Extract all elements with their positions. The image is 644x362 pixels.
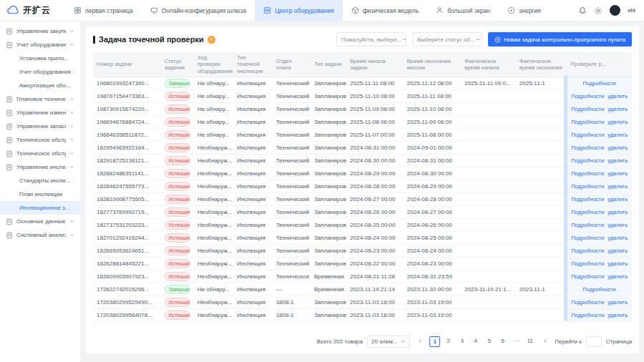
details-link[interactable]: Подробности — [571, 106, 604, 112]
delete-link[interactable]: удалить — [608, 145, 628, 151]
delete-link[interactable]: удалить — [608, 248, 628, 254]
cell-task-type: Временная ... — [311, 270, 346, 283]
cell-task-type: Запланиров... — [311, 232, 346, 245]
bell-icon[interactable] — [578, 6, 587, 15]
delete-link[interactable]: удалить — [608, 93, 628, 99]
new-task-button[interactable]: Новая задача контрольно-пропускного пунк… — [488, 32, 632, 47]
sidebar-item-1[interactable]: Учет оборудования — [0, 38, 80, 52]
status-select[interactable]: Выберите статус об... — [412, 32, 482, 47]
page-button-6[interactable]: 6 — [497, 336, 508, 347]
details-link[interactable]: Подробности — [571, 235, 604, 241]
details-link[interactable]: Подробности — [571, 196, 604, 202]
delete-link[interactable]: удалить — [608, 183, 628, 190]
delete-link[interactable]: удалить — [608, 170, 628, 177]
sidebar-subitem-2[interactable]: Установка прило... — [0, 52, 80, 65]
sidebar-subitem-3[interactable]: Учет оборудования — [0, 65, 80, 79]
delete-link[interactable]: удалить — [608, 273, 628, 280]
details-link[interactable]: Подробности — [571, 170, 604, 177]
delete-link[interactable]: удалить — [608, 222, 628, 228]
cell-status: Истекший — [161, 142, 194, 155]
pagination-ellipsis: ⋯ — [511, 336, 522, 347]
cell-status: Истекший — [161, 116, 194, 129]
nav-item-3[interactable]: физическая модель — [343, 0, 428, 21]
page-button-2[interactable]: 2 — [443, 336, 454, 347]
cell-task-type: Запланиров... — [311, 193, 346, 206]
gear-icon[interactable] — [594, 6, 602, 15]
sidebar-item-0[interactable]: Управление закупк... — [0, 24, 80, 38]
details-link[interactable]: Подробности — [571, 260, 604, 267]
help-icon[interactable]: ? — [208, 36, 215, 44]
details-link[interactable]: Подробности — [571, 222, 604, 228]
nav-item-2[interactable]: Центр оборудования — [255, 0, 343, 21]
nav-item-1[interactable]: Онлайн-конфигурация шлюза — [142, 0, 255, 21]
sidebar-item-8[interactable]: Техническое обслу... — [0, 133, 80, 147]
delete-link[interactable]: удалить — [608, 132, 628, 138]
nav-item-4[interactable]: большой экран — [427, 0, 499, 21]
page-button-1[interactable]: 1 — [429, 336, 440, 347]
cell-plan-dept: Технический о... — [273, 129, 311, 142]
details-link[interactable]: Подробности — [571, 132, 604, 138]
details-link[interactable]: Подробности — [571, 273, 604, 280]
delete-link[interactable]: удалить — [608, 260, 628, 267]
details-link[interactable]: Подробности — [571, 299, 604, 305]
filters: Пожалуйста, выбери... Выберите статус об… — [336, 32, 632, 47]
delete-link[interactable]: удалить — [608, 235, 628, 241]
details-link[interactable]: Подробности — [571, 312, 604, 318]
cell-start-time: 2024-08-28 00:00 — [346, 180, 404, 193]
delete-link[interactable]: удалить — [608, 312, 628, 318]
sidebar-subitem-12[interactable]: План инспекции — [0, 187, 80, 201]
plan-select[interactable]: Пожалуйста, выбери... — [336, 32, 406, 47]
sidebar-item-7[interactable]: Управление запасн... — [0, 119, 80, 133]
avatar[interactable] — [610, 5, 620, 16]
jump-page-input[interactable] — [586, 336, 602, 347]
delete-link[interactable]: удалить — [608, 299, 628, 305]
cell-task-id: 182810008775505... — [93, 193, 161, 206]
page-button-4[interactable]: 4 — [470, 336, 481, 347]
cell-start-time: 2025-11-07 00:00 — [346, 129, 404, 142]
cell-plan-dept: Технический о... — [273, 155, 311, 167]
cell-check-progress: Необнаруж... — [194, 219, 233, 232]
sidebar-subitem-13[interactable]: Инспекционное з... — [0, 201, 80, 215]
nav-item-0[interactable]: первая страница — [65, 0, 142, 21]
delete-link[interactable]: удалить — [608, 196, 628, 202]
page-button-5[interactable]: 5 — [484, 336, 494, 347]
details-link[interactable]: Подробности — [583, 80, 616, 87]
details-link[interactable]: Подробности — [571, 119, 604, 125]
delete-link[interactable]: удалить — [608, 119, 628, 125]
table-scrollbar[interactable] — [564, 75, 567, 321]
details-link[interactable]: Подробности — [571, 209, 604, 215]
details-link[interactable]: Подробности — [583, 286, 616, 293]
prev-page-button[interactable]: ‹ — [414, 336, 425, 347]
delete-link[interactable]: удалить — [608, 106, 628, 112]
sidebar-subitem-4[interactable]: Амортизация обо... — [0, 79, 80, 92]
page-button-3[interactable]: 3 — [457, 336, 467, 347]
cell-actual-end — [516, 232, 567, 245]
sidebar-item-10[interactable]: Управление инспек... — [0, 160, 80, 174]
sidebar-item-15[interactable]: Системный анализ — [0, 228, 80, 242]
sidebar-item-9[interactable]: Техническое обслу... — [0, 147, 80, 160]
next-page-button[interactable]: › — [540, 336, 550, 347]
nav-item-5[interactable]: энергия — [499, 0, 550, 21]
sidebar-item-5[interactable]: Плановое техничес... — [0, 92, 80, 106]
cell-actions: Подробностиудалить — [567, 193, 632, 206]
cell-end-time: 2025-11-10 08:00 — [404, 103, 462, 116]
details-link[interactable]: Подробности — [571, 93, 604, 99]
details-link[interactable]: Подробности — [571, 248, 604, 254]
table-wrap: Номер задачи Статус задания Ход проверки… — [93, 52, 632, 322]
cell-task-type: Запланиров... — [311, 258, 346, 270]
sidebar-item-6[interactable]: Управление измен... — [0, 106, 80, 119]
app-root: 开扩云 первая страницаОнлайн-конфигурация ш… — [0, 0, 644, 21]
delete-link[interactable]: удалить — [608, 209, 628, 215]
details-link[interactable]: Подробности — [571, 157, 604, 164]
cell-actions: Подробностиудалить — [567, 180, 632, 193]
page-size-select[interactable]: 20 элем... — [367, 336, 410, 348]
cell-start-time: 2023-11-19 21:14 — [346, 283, 404, 296]
page-button-11[interactable]: 11 — [525, 336, 535, 347]
cell-actual-end — [516, 180, 567, 193]
details-link[interactable]: Подробности — [571, 183, 604, 190]
sidebar-item-14[interactable]: Основные данные — [0, 215, 80, 228]
sidebar-subitem-11[interactable]: Стандарты инспе... — [0, 174, 80, 187]
status-badge: Истекший — [165, 233, 190, 243]
details-link[interactable]: Подробности — [571, 145, 604, 151]
delete-link[interactable]: удалить — [608, 157, 628, 164]
